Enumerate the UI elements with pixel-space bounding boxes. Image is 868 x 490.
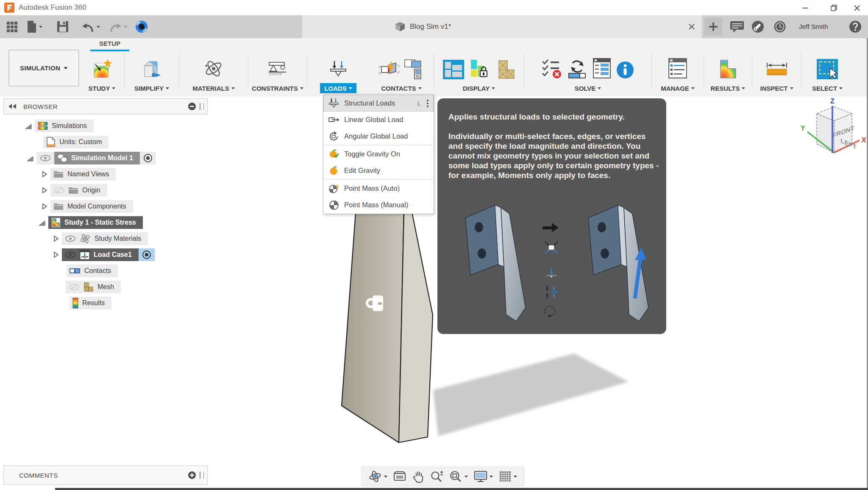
expanded-triangle-icon[interactable]: [27, 155, 33, 161]
results-button[interactable]: [718, 59, 738, 79]
viewport-canvas[interactable]: BROWSER Simulations Units: Custom Simula…: [0, 97, 868, 490]
tree-row-origin[interactable]: Origin: [42, 182, 208, 198]
orbit-button[interactable]: [369, 470, 387, 483]
menu-item-point-mass-auto[interactable]: Point Mass (Auto): [323, 180, 434, 197]
app-grid-button[interactable]: [6, 19, 19, 34]
select-button[interactable]: [817, 59, 838, 79]
minimize-button[interactable]: [797, 3, 814, 14]
pan-button[interactable]: [412, 470, 425, 483]
zoom-button[interactable]: [430, 470, 444, 483]
collapsed-triangle-icon[interactable]: [42, 203, 47, 210]
help-button[interactable]: [849, 19, 862, 34]
tab-setup[interactable]: SETUP: [90, 40, 129, 47]
kebab-icon[interactable]: [427, 100, 428, 107]
extensions-button[interactable]: [135, 19, 148, 34]
redo-button[interactable]: [108, 19, 127, 34]
collapsed-triangle-icon[interactable]: [42, 171, 47, 178]
eye-icon[interactable]: [40, 155, 51, 161]
study-dropdown[interactable]: STUDY: [84, 83, 120, 93]
collapsed-triangle-icon[interactable]: [42, 187, 47, 194]
mesh-view-button[interactable]: [495, 60, 515, 79]
manage-button[interactable]: [668, 58, 687, 79]
display-settings-button[interactable]: [473, 470, 493, 483]
tree-row-load-case1[interactable]: Load Case1: [53, 247, 208, 263]
simplify-dropdown[interactable]: SIMPLIFY: [130, 83, 173, 93]
panel-grip[interactable]: [200, 103, 204, 110]
tree-row-units[interactable]: Units: Custom: [43, 134, 208, 150]
solve-dropdown[interactable]: SOLVE: [570, 83, 606, 93]
tree-row-mesh[interactable]: Mesh: [66, 279, 208, 295]
view-cube[interactable]: LEFT FRONT Z Y X: [797, 97, 868, 174]
save-button[interactable]: [57, 19, 69, 34]
constraints-dropdown[interactable]: CONSTRAINTS: [248, 83, 307, 93]
inspect-dropdown[interactable]: INSPECT: [756, 83, 797, 93]
materials-button[interactable]: [203, 58, 224, 79]
materials-dropdown[interactable]: MATERIALS: [188, 83, 239, 93]
close-window-button[interactable]: [849, 3, 865, 14]
workspace-selector[interactable]: SIMULATION: [8, 50, 79, 86]
expanded-triangle-icon[interactable]: [39, 220, 45, 226]
menu-item-angular-global-load[interactable]: Angular Global Load: [323, 128, 434, 145]
undo-button[interactable]: [81, 19, 100, 34]
tree-row-simulations[interactable]: Simulations: [25, 118, 208, 134]
comments-header[interactable]: COMMENTS: [3, 465, 208, 485]
loads-dropdown[interactable]: LOADS: [320, 83, 356, 93]
job-status-button[interactable]: [751, 19, 765, 34]
collapsed-triangle-icon[interactable]: [53, 251, 59, 258]
loads-button[interactable]: [329, 60, 348, 79]
close-tab-icon[interactable]: [688, 23, 695, 30]
manage-contacts-button[interactable]: [404, 59, 424, 79]
menu-item-edit-gravity[interactable]: Edit Gravity: [323, 162, 434, 179]
collapse-panel-icon[interactable]: [8, 103, 17, 109]
solve-run-button[interactable]: [568, 58, 588, 79]
panel-grip[interactable]: [200, 472, 204, 479]
expanded-triangle-icon[interactable]: [25, 123, 32, 129]
feedback-button[interactable]: [730, 19, 744, 34]
tree-row-simulation-model[interactable]: Simulation Model 1: [27, 150, 208, 166]
tree-row-named-views[interactable]: Named Views: [42, 166, 208, 182]
menu-item-toggle-gravity[interactable]: Toggle Gravity On: [323, 146, 434, 162]
manage-dropdown[interactable]: MANAGE: [657, 83, 699, 93]
user-name[interactable]: Jeff Smith: [799, 19, 828, 34]
tree-row-study1[interactable]: Study 1 - Static Stress: [39, 214, 208, 231]
grid-viewports-button[interactable]: [498, 470, 517, 483]
menu-item-linear-global-load[interactable]: Linear Global Load: [323, 111, 434, 128]
display-panel-button[interactable]: [443, 60, 464, 79]
fit-button[interactable]: [449, 470, 468, 483]
study-button[interactable]: [92, 58, 112, 79]
new-tab-button[interactable]: [704, 18, 722, 36]
plus-circle-icon[interactable]: [188, 471, 196, 479]
simplify-button[interactable]: [142, 59, 161, 79]
look-at-button[interactable]: [393, 470, 406, 483]
inspect-button[interactable]: [766, 61, 787, 79]
document-tab[interactable]: Blog Sim v1*: [302, 15, 702, 38]
select-dropdown[interactable]: SELECT: [808, 83, 847, 93]
constraints-button[interactable]: [267, 61, 288, 79]
contacts-button[interactable]: [379, 60, 399, 79]
browser-header[interactable]: BROWSER: [3, 98, 208, 114]
activate-radio-selected[interactable]: [139, 248, 155, 261]
precheck-button[interactable]: [541, 58, 562, 79]
collapsed-triangle-icon[interactable]: [53, 235, 59, 242]
activate-radio[interactable]: [140, 152, 156, 164]
eye-hidden-icon[interactable]: [69, 284, 80, 290]
degrees-of-freedom-button[interactable]: [469, 59, 490, 79]
solve-details-button[interactable]: [593, 58, 611, 79]
solve-info-button[interactable]: [616, 61, 634, 79]
eye-icon[interactable]: [65, 235, 76, 242]
tree-row-results[interactable]: Results: [70, 295, 208, 311]
display-dropdown[interactable]: DISPLAY: [459, 83, 500, 93]
restore-button[interactable]: [826, 3, 843, 14]
eye-hidden-icon[interactable]: [53, 187, 64, 194]
contacts-dropdown[interactable]: CONTACTS: [377, 83, 426, 93]
tree-row-study-materials[interactable]: Study Materials: [53, 231, 208, 247]
eye-icon[interactable]: [65, 251, 76, 258]
tree-row-model-components[interactable]: Model Components: [42, 198, 208, 214]
file-menu-button[interactable]: [26, 19, 42, 34]
results-dropdown[interactable]: RESULTS: [707, 83, 750, 93]
menu-item-structural-loads[interactable]: Structural Loads L: [323, 95, 434, 111]
menu-item-point-mass-manual[interactable]: Point Mass (Manual): [323, 197, 434, 213]
minus-circle-icon[interactable]: [188, 102, 196, 111]
activity-button[interactable]: [773, 19, 787, 34]
tree-row-contacts[interactable]: Contacts: [67, 263, 208, 279]
